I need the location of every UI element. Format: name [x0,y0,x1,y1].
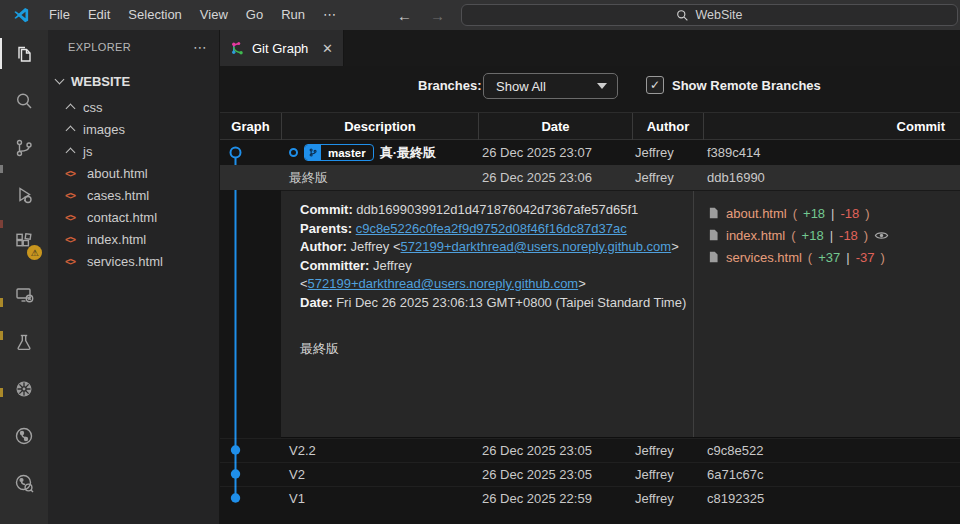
header-graph: Graph [220,113,281,141]
deletions-count: -18 [841,206,860,221]
changed-file-index[interactable]: index.html ( +18 | -18 ) [707,224,952,246]
sidebar-item-contact-html[interactable]: <> contact.html [48,206,219,228]
commit-message-body: 最終版 [300,340,339,358]
pipe: | [831,206,834,221]
sidebar-item-css[interactable]: css [48,96,219,118]
menu-view[interactable]: View [191,0,237,30]
branch-name: master [321,147,373,159]
eye-icon[interactable] [874,229,889,242]
menu-file[interactable]: File [40,0,79,30]
commit-author: Jeffrey [632,443,703,458]
tab-close-icon[interactable]: ✕ [322,41,333,56]
commit-details-panel: Commit: ddb1699039912d1d471876042d7367af… [220,190,960,438]
additions-count: +37 [818,250,840,265]
commit-row-master[interactable]: master 真·最終版 26 Dec 2025 23:07 Jeffrey f… [220,140,960,165]
file-label: contact.html [87,210,157,225]
committer-email-link[interactable]: 572199+darkthread@users.noreply.github.c… [308,276,579,291]
branches-dropdown[interactable]: Show All [483,73,618,99]
commit-message: 最終版 [289,169,328,187]
files-icon [12,42,36,66]
edge-decoration [0,220,3,228]
activity-source-control-button[interactable] [0,124,48,171]
commit-date: 26 Dec 2025 22:59 [478,491,632,506]
edge-decoration [0,388,3,397]
git-graph-icon [12,424,36,448]
activity-run-debug-button[interactable] [0,171,48,218]
tab-git-graph[interactable]: Git Graph ✕ [220,30,344,66]
committer-name: Jeffrey [373,258,412,273]
file-icon [707,206,720,220]
branches-label: Branches: [418,78,482,93]
deletions-count: -18 [839,228,858,243]
menu-more[interactable]: ⋯ [314,0,345,30]
nav-back-icon[interactable]: ← [397,7,412,24]
file-label: cases.html [87,188,149,203]
git-history-icon [12,471,36,495]
parent-hash-link[interactable]: c9c8e5226c0fea2f9d9752d08f46f16dc87d37ac [356,221,627,236]
file-label: index.html [87,232,146,247]
changed-file-services[interactable]: services.html ( +37 | -37 ) [707,246,952,268]
sidebar-item-services-html[interactable]: <> services.html [48,250,219,272]
commit-message: V1 [289,491,305,506]
commit-date: 26 Dec 2025 23:05 [478,467,632,482]
activity-explorer-button[interactable] [0,30,48,77]
angle-open: < [300,276,308,291]
sidebar-item-images[interactable]: images [48,118,219,140]
sidebar-item-index-html[interactable]: <> index.html [48,228,219,250]
source-control-icon [12,136,36,160]
menu-edit[interactable]: Edit [79,0,119,30]
commit-author: Jeffrey [632,467,703,482]
additions-count: +18 [802,228,824,243]
pipe: | [846,250,849,265]
activity-git-graph-button[interactable] [0,412,48,459]
test-flask-icon [12,330,36,354]
commit-hash: 6a71c67c [703,467,960,482]
vscode-logo-icon [12,6,30,24]
sidebar-item-website-root[interactable]: WEBSITE [48,70,219,92]
commit-details-info: Commit: ddb1699039912d1d471876042d7367af… [300,201,695,312]
commit-row-selected[interactable]: 最終版 26 Dec 2025 23:06 Jeffrey ddb16990 [220,165,960,190]
file-name: about.html [726,206,787,221]
command-center-search[interactable]: WebSite [461,4,958,26]
activity-remote-explorer-button[interactable] [0,271,48,318]
changed-file-about[interactable]: about.html ( +18 | -18 ) [707,202,952,224]
branches-dropdown-value: Show All [496,79,597,94]
commit-row-v2[interactable]: V2 26 Dec 2025 23:05 Jeffrey 6a71c67c [220,462,960,486]
file-label: services.html [87,254,163,269]
menu-selection[interactable]: Selection [119,0,190,30]
activity-git-history-button[interactable] [0,459,48,506]
commit-table-header: Graph Description Date Author Commit [220,112,960,140]
extensions-warning-badge: ⚠ [27,245,42,260]
commit-hash: ddb16990 [703,170,960,185]
commit-message: V2 [289,467,305,482]
sidebar-item-js[interactable]: js [48,140,219,162]
commit-hash: f389c414 [703,145,960,160]
activity-extensions-button[interactable]: ⚠ [0,218,48,265]
activity-kubernetes-button[interactable] [0,365,48,412]
menu-run[interactable]: Run [272,0,314,30]
author-email-link[interactable]: 572199+darkthread@users.noreply.github.c… [401,239,672,254]
show-remote-branches-checkbox[interactable]: ✓ [646,76,664,94]
editor-group: Git Graph ✕ Branches: Show All ✓ Show Re… [220,30,960,524]
sidebar-item-cases-html[interactable]: <> cases.html [48,184,219,206]
commit-author: Jeffrey [632,491,703,506]
menu-go[interactable]: Go [237,0,272,30]
title-bar: File Edit Selection View Go Run ⋯ ← → We… [0,0,960,30]
edge-decoration [0,331,3,340]
commit-row-v1[interactable]: V1 26 Dec 2025 22:59 Jeffrey c8192325 [220,486,960,510]
sidebar-item-about-html[interactable]: <> about.html [48,162,219,184]
activity-search-button[interactable] [0,77,48,124]
activity-testing-button[interactable] [0,318,48,365]
commit-label: Commit: [300,202,353,217]
paren: ) [880,250,884,265]
commit-row-v2-2[interactable]: V2.2 26 Dec 2025 23:05 Jeffrey c9c8e522 [220,438,960,462]
committer-label: Committer: [300,258,369,273]
commit-message: 真·最終版 [380,144,436,162]
html-file-icon: <> [65,256,82,267]
branch-icon [305,144,321,161]
remote-explorer-icon [12,283,36,307]
folder-label: css [83,100,103,115]
file-label: about.html [87,166,148,181]
branch-badge-master[interactable]: master [304,144,374,161]
explorer-more-actions-icon[interactable]: ⋯ [193,39,207,55]
